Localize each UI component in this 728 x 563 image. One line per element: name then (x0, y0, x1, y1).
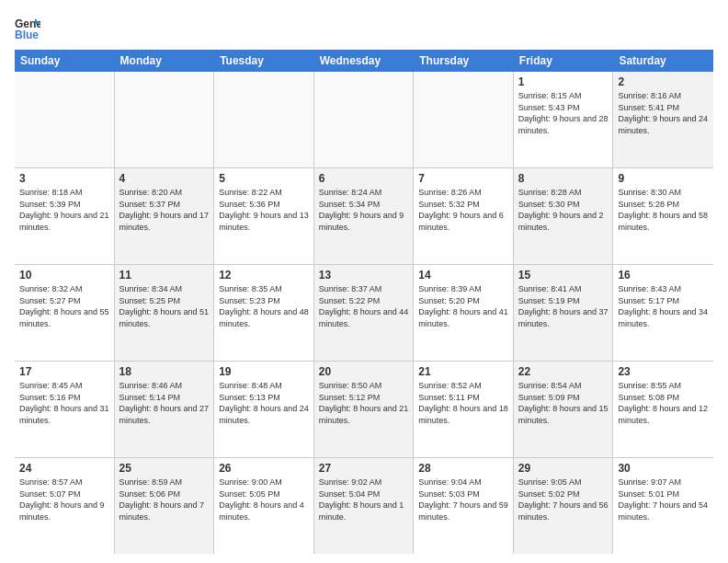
day-number: 18 (119, 365, 210, 378)
cell-info: Sunrise: 8:22 AM Sunset: 5:36 PM Dayligh… (219, 187, 309, 233)
calendar-cell (15, 72, 115, 167)
day-number: 24 (19, 462, 109, 475)
calendar-row-3: 17Sunrise: 8:45 AM Sunset: 5:16 PM Dayli… (15, 362, 713, 458)
calendar-cell: 3Sunrise: 8:18 AM Sunset: 5:39 PM Daylig… (15, 168, 115, 264)
cell-info: Sunrise: 8:15 AM Sunset: 5:43 PM Dayligh… (518, 90, 609, 136)
day-number: 6 (319, 172, 409, 185)
day-number: 16 (618, 269, 709, 282)
day-number: 9 (618, 172, 709, 185)
calendar-cell (414, 72, 514, 167)
calendar-cell: 6Sunrise: 8:24 AM Sunset: 5:34 PM Daylig… (314, 168, 415, 264)
cell-info: Sunrise: 8:50 AM Sunset: 5:12 PM Dayligh… (319, 380, 409, 426)
calendar-cell: 8Sunrise: 8:28 AM Sunset: 5:30 PM Daylig… (514, 168, 614, 264)
cell-info: Sunrise: 8:30 AM Sunset: 5:28 PM Dayligh… (618, 187, 709, 233)
calendar-cell: 1Sunrise: 8:15 AM Sunset: 5:43 PM Daylig… (514, 72, 614, 167)
calendar-cell: 13Sunrise: 8:37 AM Sunset: 5:22 PM Dayli… (314, 265, 415, 361)
calendar-cell: 18Sunrise: 8:46 AM Sunset: 5:14 PM Dayli… (115, 362, 215, 457)
cell-info: Sunrise: 9:00 AM Sunset: 5:05 PM Dayligh… (219, 477, 309, 523)
cell-info: Sunrise: 8:59 AM Sunset: 5:06 PM Dayligh… (119, 477, 210, 523)
cell-info: Sunrise: 8:46 AM Sunset: 5:14 PM Dayligh… (119, 380, 210, 426)
weekday-header-sunday: Sunday (15, 50, 115, 72)
cell-info: Sunrise: 8:54 AM Sunset: 5:09 PM Dayligh… (518, 380, 609, 426)
day-number: 26 (219, 462, 309, 475)
day-number: 2 (618, 75, 709, 88)
cell-info: Sunrise: 9:05 AM Sunset: 5:02 PM Dayligh… (518, 477, 609, 523)
day-number: 8 (518, 172, 609, 185)
calendar-cell: 24Sunrise: 8:57 AM Sunset: 5:07 PM Dayli… (15, 458, 115, 554)
day-number: 20 (319, 365, 409, 378)
calendar-cell: 9Sunrise: 8:30 AM Sunset: 5:28 PM Daylig… (613, 168, 713, 264)
calendar-cell: 15Sunrise: 8:41 AM Sunset: 5:19 PM Dayli… (514, 265, 614, 361)
cell-info: Sunrise: 8:41 AM Sunset: 5:19 PM Dayligh… (518, 283, 609, 329)
day-number: 22 (518, 365, 609, 378)
calendar-cell (214, 72, 314, 167)
weekday-header-monday: Monday (115, 50, 215, 72)
cell-info: Sunrise: 8:43 AM Sunset: 5:17 PM Dayligh… (618, 283, 709, 329)
header: General Blue (15, 15, 713, 40)
cell-info: Sunrise: 8:52 AM Sunset: 5:11 PM Dayligh… (418, 380, 508, 426)
calendar-cell: 25Sunrise: 8:59 AM Sunset: 5:06 PM Dayli… (115, 458, 215, 554)
cell-info: Sunrise: 8:48 AM Sunset: 5:13 PM Dayligh… (219, 380, 309, 426)
calendar-cell: 4Sunrise: 8:20 AM Sunset: 5:37 PM Daylig… (115, 168, 215, 264)
cell-info: Sunrise: 8:24 AM Sunset: 5:34 PM Dayligh… (319, 187, 409, 233)
cell-info: Sunrise: 8:28 AM Sunset: 5:30 PM Dayligh… (518, 187, 609, 233)
day-number: 17 (19, 365, 109, 378)
calendar-row-4: 24Sunrise: 8:57 AM Sunset: 5:07 PM Dayli… (15, 458, 713, 554)
calendar-row-2: 10Sunrise: 8:32 AM Sunset: 5:27 PM Dayli… (15, 265, 713, 362)
day-number: 1 (518, 75, 609, 88)
logo-icon: General Blue (15, 15, 40, 40)
cell-info: Sunrise: 9:04 AM Sunset: 5:03 PM Dayligh… (418, 477, 508, 523)
calendar-cell: 12Sunrise: 8:35 AM Sunset: 5:23 PM Dayli… (214, 265, 314, 361)
calendar-cell: 30Sunrise: 9:07 AM Sunset: 5:01 PM Dayli… (613, 458, 713, 554)
day-number: 3 (19, 172, 109, 185)
cell-info: Sunrise: 8:32 AM Sunset: 5:27 PM Dayligh… (19, 283, 109, 329)
day-number: 27 (319, 462, 409, 475)
day-number: 14 (418, 269, 508, 282)
day-number: 10 (19, 269, 109, 282)
calendar-cell: 29Sunrise: 9:05 AM Sunset: 5:02 PM Dayli… (514, 458, 614, 554)
cell-info: Sunrise: 9:07 AM Sunset: 5:01 PM Dayligh… (618, 477, 709, 523)
cell-info: Sunrise: 8:45 AM Sunset: 5:16 PM Dayligh… (19, 380, 109, 426)
cell-info: Sunrise: 9:02 AM Sunset: 5:04 PM Dayligh… (319, 477, 409, 523)
day-number: 29 (518, 462, 609, 475)
calendar-cell: 19Sunrise: 8:48 AM Sunset: 5:13 PM Dayli… (214, 362, 314, 457)
calendar-cell (115, 72, 215, 167)
day-number: 28 (418, 462, 508, 475)
calendar-cell: 21Sunrise: 8:52 AM Sunset: 5:11 PM Dayli… (414, 362, 514, 457)
calendar-cell: 26Sunrise: 9:00 AM Sunset: 5:05 PM Dayli… (214, 458, 314, 554)
day-number: 15 (518, 269, 609, 282)
cell-info: Sunrise: 8:18 AM Sunset: 5:39 PM Dayligh… (19, 187, 109, 233)
cell-info: Sunrise: 8:55 AM Sunset: 5:08 PM Dayligh… (618, 380, 709, 426)
day-number: 21 (418, 365, 508, 378)
cell-info: Sunrise: 8:57 AM Sunset: 5:07 PM Dayligh… (19, 477, 109, 523)
calendar-cell: 11Sunrise: 8:34 AM Sunset: 5:25 PM Dayli… (115, 265, 215, 361)
day-number: 19 (219, 365, 309, 378)
calendar-cell (314, 72, 415, 167)
calendar-row-1: 3Sunrise: 8:18 AM Sunset: 5:39 PM Daylig… (15, 168, 713, 265)
day-number: 12 (219, 269, 309, 282)
calendar-cell: 7Sunrise: 8:26 AM Sunset: 5:32 PM Daylig… (414, 168, 514, 264)
calendar-row-0: 1Sunrise: 8:15 AM Sunset: 5:43 PM Daylig… (15, 72, 713, 168)
calendar-cell: 14Sunrise: 8:39 AM Sunset: 5:20 PM Dayli… (414, 265, 514, 361)
cell-info: Sunrise: 8:26 AM Sunset: 5:32 PM Dayligh… (418, 187, 508, 233)
calendar-cell: 20Sunrise: 8:50 AM Sunset: 5:12 PM Dayli… (314, 362, 415, 457)
calendar: SundayMondayTuesdayWednesdayThursdayFrid… (15, 50, 713, 554)
day-number: 23 (618, 365, 709, 378)
page: General Blue SundayMondayTuesdayWednesda… (0, 0, 728, 563)
day-number: 7 (418, 172, 508, 185)
calendar-body: 1Sunrise: 8:15 AM Sunset: 5:43 PM Daylig… (15, 72, 713, 554)
weekday-header-thursday: Thursday (414, 50, 514, 72)
calendar-cell: 27Sunrise: 9:02 AM Sunset: 5:04 PM Dayli… (314, 458, 415, 554)
weekday-header-wednesday: Wednesday (314, 50, 415, 72)
svg-text:Blue: Blue (15, 29, 39, 40)
cell-info: Sunrise: 8:34 AM Sunset: 5:25 PM Dayligh… (119, 283, 210, 329)
weekday-header-friday: Friday (514, 50, 614, 72)
day-number: 30 (618, 462, 709, 475)
cell-info: Sunrise: 8:35 AM Sunset: 5:23 PM Dayligh… (219, 283, 309, 329)
day-number: 4 (119, 172, 210, 185)
calendar-cell: 16Sunrise: 8:43 AM Sunset: 5:17 PM Dayli… (613, 265, 713, 361)
calendar-header: SundayMondayTuesdayWednesdayThursdayFrid… (15, 50, 713, 72)
day-number: 11 (119, 269, 210, 282)
day-number: 25 (119, 462, 210, 475)
cell-info: Sunrise: 8:16 AM Sunset: 5:41 PM Dayligh… (618, 90, 709, 136)
